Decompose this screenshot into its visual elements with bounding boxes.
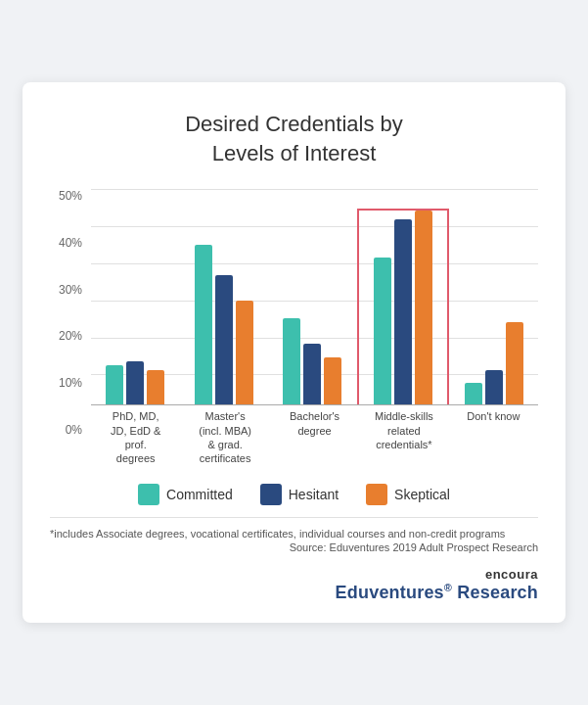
y-label: 50% [50,189,87,203]
legend: CommittedHesitantSkeptical [50,484,538,505]
legend-item-skeptical: Skeptical [366,484,450,505]
bar-committed-middle [374,258,391,404]
bar-committed-bachelors [283,318,300,404]
bar-group-masters [180,245,269,404]
brand-encoura: encoura [336,567,538,582]
legend-swatch-hesitant [260,484,282,505]
brand-box: encoura Eduventures® Research [336,567,538,603]
y-label: 20% [50,329,87,343]
brand-eduventures: Eduventures® [336,583,453,602]
chart-body [91,189,538,404]
bar-hesitant-masters [215,275,233,404]
legend-swatch-committed [138,484,159,505]
divider [50,517,538,518]
chart-area: 0%10%20%30%40%50% PhD, MD,JD, EdD &prof.… [50,189,538,465]
source: Source: Eduventures 2019 Adult Prospect … [50,541,538,553]
bar-group-bachelors [268,318,357,404]
brand-research: Research [452,583,538,602]
bar-hesitant-middle [394,219,412,404]
legend-label-skeptical: Skeptical [394,487,450,502]
y-label: 10% [50,376,87,390]
x-labels: PhD, MD,JD, EdD &prof.degreesMaster's(in… [91,409,538,465]
bar-skeptical-phd [147,370,164,404]
x-label-phd: PhD, MD,JD, EdD &prof.degrees [91,409,180,465]
bar-skeptical-bachelors [324,357,341,404]
bar-committed-phd [106,365,123,404]
footnote: *includes Associate degrees, vocational … [50,526,538,542]
bar-group-phd [91,361,180,404]
chart-title: Desired Credentials byLevels of Interest [50,110,538,167]
x-axis-baseline [91,404,538,405]
legend-item-hesitant: Hesitant [260,484,339,505]
bar-group-dontknow [449,322,538,404]
x-label-middle: Middle-skillsrelatedcredentials* [359,409,448,465]
bars-container [91,189,538,404]
legend-label-committed: Committed [166,487,233,502]
y-label: 0% [50,423,87,437]
main-card: Desired Credentials byLevels of Interest… [23,82,565,623]
y-label: 40% [50,236,87,250]
legend-item-committed: Committed [138,484,233,505]
brand-main: Eduventures® Research [336,582,538,603]
bar-hesitant-dontknow [485,370,503,404]
bar-skeptical-masters [236,301,253,404]
x-label-bachelors: Bachelor'sdegree [270,409,359,465]
bar-skeptical-dontknow [506,322,523,404]
y-axis: 0%10%20%30%40%50% [50,189,87,436]
x-label-dontknow: Don't know [449,409,538,465]
legend-label-hesitant: Hesitant [289,487,339,502]
bar-hesitant-phd [126,361,144,404]
bar-committed-masters [195,245,212,404]
bar-group-middle [357,209,450,404]
x-label-masters: Master's(incl. MBA)& grad.certificates [180,409,269,465]
branding: encoura Eduventures® Research [50,567,538,603]
legend-swatch-skeptical [366,484,387,505]
bar-committed-dontknow [465,383,482,404]
bar-hesitant-bachelors [303,344,321,404]
y-label: 30% [50,283,87,297]
bar-skeptical-middle [415,211,432,404]
